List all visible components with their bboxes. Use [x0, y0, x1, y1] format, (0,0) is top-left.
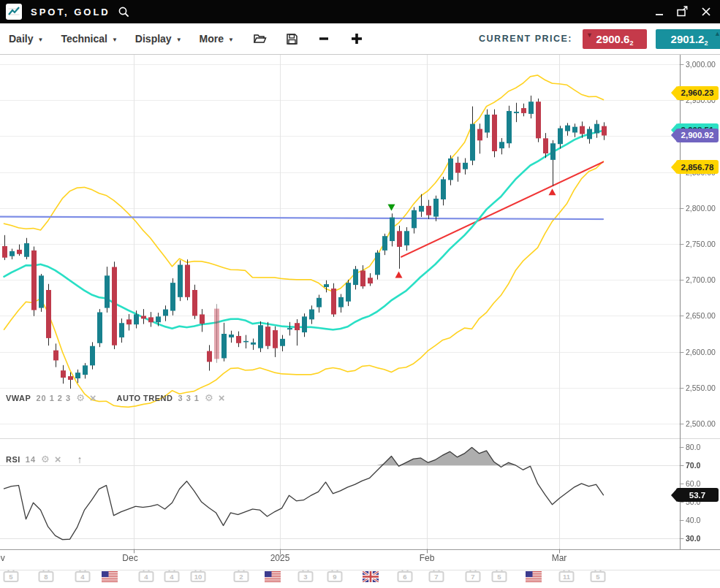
price-tick-label: 2,800.00: [686, 204, 716, 213]
chevron-down-icon: ▼: [176, 37, 182, 43]
price-chart-canvas[interactable]: [0, 55, 720, 588]
calendar-event-icon[interactable]: 11: [559, 571, 575, 582]
bid-price-value: 2900.6: [596, 33, 630, 45]
trading-app-window: SPOT, GOLD: [0, 0, 720, 588]
close-icon[interactable]: [700, 5, 713, 18]
calendar-event-icon[interactable]: 7: [429, 571, 444, 582]
vwap-indicator-params: 20 1 2 3: [36, 394, 71, 402]
month-label-dec: Dec: [122, 553, 137, 563]
calendar-event-day: 2: [234, 571, 249, 582]
rsi-tick-label: 60.0: [686, 479, 700, 488]
calendar-event-day: 3: [298, 571, 314, 582]
chevron-down-icon: ▼: [112, 37, 118, 43]
autotrend-indicator-name: AUTO TREND: [117, 394, 173, 402]
calendar-event-icon[interactable]: 5: [492, 571, 507, 582]
calendar-event-day: 5: [591, 571, 606, 582]
rsi-tick-label: 30.0: [686, 534, 700, 543]
current-price-cluster: CURRENT PRICE: ▼ 2900.62 2901.22 ▲: [479, 23, 720, 54]
rsi-indicator-name: RSI: [6, 455, 20, 464]
search-icon[interactable]: [118, 6, 130, 18]
month-label-nov: Nov: [0, 553, 5, 563]
chevron-down-icon: ▼: [228, 37, 234, 43]
price-tick-label: 2,550.00: [686, 383, 716, 392]
gear-icon[interactable]: ⚙: [76, 393, 85, 402]
price-tick-label: 2,650.00: [686, 311, 716, 320]
month-label-mar: Mar: [552, 553, 567, 563]
calendar-event-icon[interactable]: 10: [191, 571, 206, 582]
menu-technical-label: Technical: [61, 33, 107, 45]
calendar-event-day: 4: [139, 571, 154, 582]
minimize-icon[interactable]: [653, 5, 666, 18]
popout-icon[interactable]: [676, 5, 689, 18]
calendar-event-day: 4: [75, 571, 91, 582]
menu-timeframe-label: Daily: [9, 33, 33, 45]
rsi-indicator-params: 14: [26, 455, 36, 464]
zoom-out-icon[interactable]: [317, 32, 330, 45]
calendar-event-icon[interactable]: 3: [298, 571, 314, 582]
month-label-2025: 2025: [270, 553, 290, 563]
calendar-event-day: 5: [492, 571, 507, 582]
price-tick-label: 2,500.00: [686, 419, 716, 428]
menu-display[interactable]: Display ▼: [135, 33, 182, 45]
us-flag-icon[interactable]: [102, 571, 118, 582]
us-flag-icon[interactable]: [526, 571, 542, 582]
app-logo-icon: [6, 4, 22, 20]
ask-price-pip: 2: [704, 39, 708, 47]
calendar-event-day: 7: [466, 571, 481, 582]
menu-display-label: Display: [135, 33, 172, 45]
price-tick-label: 2,600.00: [686, 348, 716, 356]
close-icon[interactable]: ×: [90, 392, 96, 403]
calendar-event-icon[interactable]: 8: [39, 571, 54, 582]
calendar-event-day: 5: [4, 571, 19, 582]
menu-timeframe[interactable]: Daily ▼: [9, 33, 43, 45]
open-folder-icon[interactable]: [253, 33, 267, 45]
gear-icon[interactable]: ⚙: [41, 454, 50, 464]
calendar-event-day: 9: [327, 571, 343, 582]
rsi-tick-label: 80.0: [686, 443, 700, 451]
us-flag-icon[interactable]: [265, 571, 281, 582]
calendar-event-day: 11: [559, 571, 575, 582]
rsi-tick-label: 40.0: [686, 516, 700, 524]
menu-more[interactable]: More ▼: [200, 33, 234, 45]
band-upper-label: 2,960.23: [676, 86, 719, 100]
calendar-event-icon[interactable]: 5: [591, 571, 606, 582]
calendar-event-icon[interactable]: 7: [466, 571, 481, 582]
calendar-event-day: 8: [39, 571, 54, 582]
rsi-value-label: 53.7: [676, 488, 719, 502]
calendar-event-icon[interactable]: 4: [75, 571, 91, 582]
vwap-indicator-name: VWAP: [6, 394, 31, 402]
calendar-event-icon[interactable]: 9: [327, 571, 343, 582]
zoom-in-icon[interactable]: [349, 31, 364, 46]
calendar-event-day: 6: [398, 571, 413, 582]
chart-toolbar: Daily ▼ Technical ▼ Display ▼ More ▼: [0, 23, 720, 55]
price-tick-label: 2,750.00: [686, 240, 716, 248]
current-price-label: CURRENT PRICE:: [479, 34, 572, 44]
calendar-event-icon[interactable]: 2: [234, 571, 249, 582]
uk-flag-icon[interactable]: [363, 571, 379, 582]
arrow-down-icon: ▼: [586, 31, 593, 39]
close-icon[interactable]: ×: [219, 392, 225, 403]
calendar-event-day: 4: [164, 571, 180, 582]
calendar-event-icon[interactable]: 6: [398, 571, 413, 582]
close-icon[interactable]: ×: [55, 454, 61, 465]
move-up-icon[interactable]: ↑: [77, 454, 83, 465]
autotrend-indicator-params: 3 3 1: [178, 394, 200, 402]
vwap-indicator-row: VWAP 20 1 2 3 ⚙ × AUTO TREND 3 3 1 ⚙ ×: [6, 392, 224, 403]
title-bar: SPOT, GOLD: [0, 0, 720, 23]
band-lower-label: 2,856.78: [676, 160, 719, 174]
ask-price-badge: 2901.22 ▲: [656, 29, 720, 49]
arrow-up-icon: ▲: [714, 30, 720, 37]
last-price-label: 2,900.92: [676, 129, 719, 142]
menu-technical[interactable]: Technical ▼: [61, 33, 117, 45]
gear-icon[interactable]: ⚙: [205, 393, 213, 402]
menu-more-label: More: [200, 33, 224, 45]
bid-price-badge: ▼ 2900.62: [583, 29, 647, 49]
calendar-event-icon[interactable]: 4: [164, 571, 180, 582]
chevron-down-icon: ▼: [37, 37, 43, 43]
chart-area: VWAP 20 1 2 3 ⚙ × AUTO TREND 3 3 1 ⚙ × R…: [0, 55, 720, 588]
save-icon[interactable]: [286, 33, 298, 45]
calendar-event-icon[interactable]: 4: [139, 571, 154, 582]
calendar-event-day: 10: [191, 571, 206, 582]
rsi-tick-label: 70.0: [686, 461, 700, 470]
calendar-event-icon[interactable]: 5: [4, 571, 19, 582]
